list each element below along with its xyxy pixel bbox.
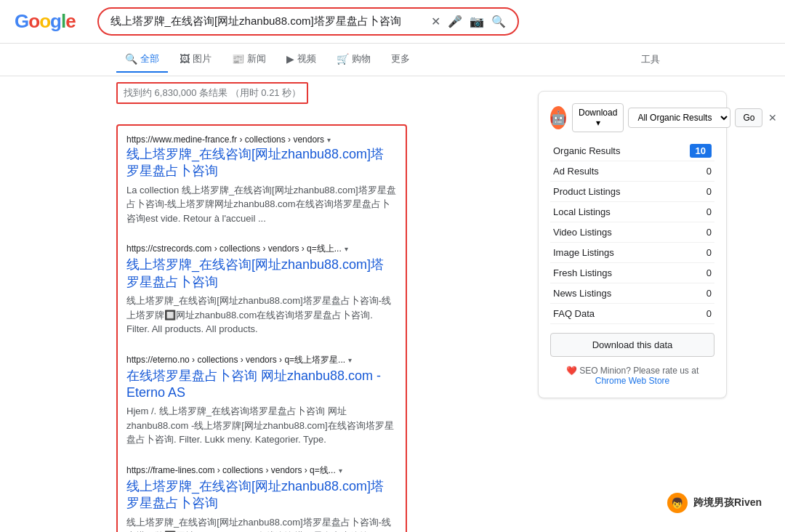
news-icon: 📰 bbox=[232, 53, 244, 65]
metric-label: Product Listings bbox=[550, 182, 669, 202]
voice-icon[interactable]: 🎤 bbox=[448, 15, 462, 28]
header: Google ✕ 🎤 📷 🔍 bbox=[0, 0, 785, 44]
metric-value: 0 bbox=[669, 283, 714, 304]
result-dropdown-arrow[interactable]: ▾ bbox=[345, 245, 348, 253]
result-url: https://cstrecords.com › collections › v… bbox=[126, 243, 342, 255]
heart-icon: ❤️ bbox=[566, 366, 577, 376]
result-snippet: 线上塔罗牌_在线咨询[网址zhanbu88.com]塔罗星盘占卜咨询-线上塔罗牌… bbox=[126, 294, 397, 336]
close-icon[interactable]: ✕ bbox=[768, 112, 777, 124]
seo-panel: 🤖 Download ▾ All Organic Results Go ✕ Or… bbox=[538, 91, 727, 398]
result-item: https://eterno.no › collections › vendor… bbox=[126, 354, 397, 447]
result-snippet: 线上塔罗牌_在线咨询[网址zhanbu88.com]塔罗星盘占卜咨询-线上塔罗牌… bbox=[126, 515, 397, 532]
go-button[interactable]: Go bbox=[735, 108, 762, 127]
metric-label: Organic Results bbox=[550, 141, 669, 161]
right-panel: 🤖 Download ▾ All Organic Results Go ✕ Or… bbox=[523, 76, 741, 532]
metrics-table: Organic Results 10 Ad Results 0 Product … bbox=[550, 141, 714, 324]
results-count: 找到约 6,830,000 条结果 （用时 0.21 秒） bbox=[116, 82, 308, 104]
search-bar: ✕ 🎤 📷 🔍 bbox=[97, 7, 519, 36]
metric-value: 0 bbox=[669, 202, 714, 222]
metric-value: 0 bbox=[669, 243, 714, 263]
metric-value: 0 bbox=[669, 304, 714, 324]
metric-row: Image Listings 0 bbox=[550, 243, 714, 263]
seo-panel-header: 🤖 Download ▾ All Organic Results Go ✕ bbox=[550, 103, 714, 132]
tab-all[interactable]: 🔍 全部 bbox=[116, 47, 168, 73]
download-data-button[interactable]: Download this data bbox=[550, 333, 714, 357]
result-dropdown-arrow[interactable]: ▾ bbox=[339, 467, 342, 475]
result-url: https://www.medine-france.fr › collectio… bbox=[126, 134, 324, 145]
shopping-icon: 🛒 bbox=[337, 53, 349, 65]
result-item: https://www.medine-france.fr › collectio… bbox=[126, 134, 397, 225]
metric-label: Fresh Listings bbox=[550, 263, 669, 283]
result-url-line: https://cstrecords.com › collections › v… bbox=[126, 243, 397, 255]
tab-more[interactable]: 更多 bbox=[382, 47, 419, 73]
metric-row: News Listings 0 bbox=[550, 283, 714, 304]
result-url: https://frame-lines.com › collections › … bbox=[126, 464, 336, 477]
metric-row: Organic Results 10 bbox=[550, 141, 714, 161]
images-icon: 🖼 bbox=[180, 53, 190, 65]
tab-images[interactable]: 🖼 图片 bbox=[171, 47, 220, 73]
results-count-wrapper: 找到约 6,830,000 条结果 （用时 0.21 秒） bbox=[116, 82, 407, 116]
nav-tabs: 🔍 全部 🖼 图片 📰 新闻 ▶ 视频 🛒 购物 更多 工具 bbox=[0, 44, 785, 76]
results-container: https://www.medine-france.fr › collectio… bbox=[116, 124, 407, 532]
watermark: 👦 跨境男孩Riven bbox=[659, 488, 770, 517]
metric-row: FAQ Data 0 bbox=[550, 304, 714, 324]
result-title[interactable]: 线上塔罗牌_在线咨询[网址zhanbu88.com]塔罗星盘占卜咨询 bbox=[126, 257, 397, 291]
result-dropdown-arrow[interactable]: ▾ bbox=[327, 136, 331, 144]
metric-label: Video Listings bbox=[550, 222, 669, 243]
search-icons: ✕ 🎤 📷 🔍 bbox=[431, 15, 506, 28]
result-title[interactable]: 线上塔罗牌_在线咨询[网址zhanbu88.com]塔罗星盘占卜咨询 bbox=[126, 478, 397, 512]
left-content: 找到约 6,830,000 条结果 （用时 0.21 秒） https://ww… bbox=[0, 76, 523, 532]
seo-controls: Download ▾ All Organic Results Go bbox=[572, 103, 762, 132]
result-title[interactable]: 在线塔罗星盘占卜咨询 网址zhanbu88.com - Eterno AS bbox=[126, 368, 397, 402]
tab-video[interactable]: ▶ 视频 bbox=[278, 47, 325, 73]
seo-footer: ❤️ SEO Minion? Please rate us at Chrome … bbox=[550, 366, 714, 386]
metric-row: Product Listings 0 bbox=[550, 182, 714, 202]
metric-row: Ad Results 0 bbox=[550, 161, 714, 182]
search-submit-icon[interactable]: 🔍 bbox=[491, 15, 506, 28]
result-url-line: https://www.medine-france.fr › collectio… bbox=[126, 134, 397, 145]
result-dropdown-arrow[interactable]: ▾ bbox=[348, 356, 352, 364]
result-item: https://frame-lines.com › collections › … bbox=[126, 464, 397, 532]
result-url-line: https://frame-lines.com › collections › … bbox=[126, 464, 397, 477]
metric-row: Local Listings 0 bbox=[550, 202, 714, 222]
video-icon: ▶ bbox=[286, 53, 294, 65]
download-dropdown[interactable]: Download ▾ bbox=[572, 103, 624, 132]
all-icon: 🔍 bbox=[125, 53, 137, 65]
footer-text: SEO Minion? Please rate us at bbox=[579, 366, 699, 376]
metric-label: Local Listings bbox=[550, 202, 669, 222]
metric-label: FAQ Data bbox=[550, 304, 669, 324]
result-snippet: Hjem /. 线上塔罗牌_在线咨询塔罗星盘占卜咨询 网址zhanbu88.co… bbox=[126, 404, 397, 447]
result-item: https://cstrecords.com › collections › v… bbox=[126, 243, 397, 336]
metric-row: Fresh Listings 0 bbox=[550, 263, 714, 283]
watermark-text: 跨境男孩Riven bbox=[693, 496, 762, 509]
result-snippet: La collection 线上塔罗牌_在线咨询[网址zhanbu88.com]… bbox=[126, 183, 397, 226]
watermark-icon: 👦 bbox=[667, 493, 688, 513]
metric-value: 0 bbox=[669, 161, 714, 182]
metric-value: 0 bbox=[669, 222, 714, 243]
tab-shopping[interactable]: 🛒 购物 bbox=[328, 47, 379, 73]
result-url: https://eterno.no › collections › vendor… bbox=[126, 354, 345, 366]
seo-robot-icon: 🤖 bbox=[550, 106, 566, 129]
tools-button[interactable]: 工具 bbox=[632, 47, 669, 72]
result-url-line: https://eterno.no › collections › vendor… bbox=[126, 354, 397, 366]
main-layout: 找到约 6,830,000 条结果 （用时 0.21 秒） https://ww… bbox=[0, 76, 785, 532]
lens-icon[interactable]: 📷 bbox=[470, 15, 484, 28]
chrome-store-link[interactable]: Chrome Web Store bbox=[595, 376, 670, 386]
filter-dropdown[interactable]: All Organic Results bbox=[628, 108, 730, 128]
metric-value: 10 bbox=[669, 141, 714, 161]
metric-label: News Listings bbox=[550, 283, 669, 304]
metric-row: Video Listings 0 bbox=[550, 222, 714, 243]
google-logo: Google bbox=[15, 10, 76, 33]
metric-label: Ad Results bbox=[550, 161, 669, 182]
metric-label: Image Listings bbox=[550, 243, 669, 263]
result-title[interactable]: 线上塔罗牌_在线咨询[网址zhanbu88.com]塔罗星盘占卜咨询 bbox=[126, 146, 397, 180]
metric-value: 0 bbox=[669, 263, 714, 283]
tab-news[interactable]: 📰 新闻 bbox=[223, 47, 275, 73]
search-input[interactable] bbox=[110, 15, 425, 28]
metric-value: 0 bbox=[669, 182, 714, 202]
clear-icon[interactable]: ✕ bbox=[431, 15, 440, 28]
